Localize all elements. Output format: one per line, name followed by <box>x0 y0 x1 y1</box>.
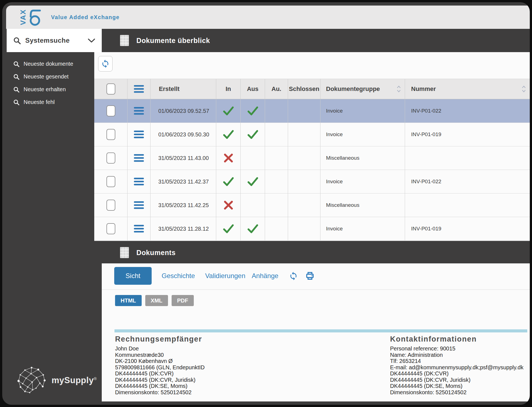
doc-line: Personal reference: 90015 <box>390 345 523 352</box>
tab-anhaenge[interactable]: Anhänge <box>252 272 278 280</box>
row-checkbox[interactable] <box>106 152 115 164</box>
brand-tagline: Value Added eXchange <box>51 14 119 21</box>
check-icon <box>248 177 258 186</box>
refresh-icon <box>289 271 298 281</box>
doc-line: Tlf: 2653214 <box>390 358 523 364</box>
row-checkbox[interactable] <box>106 105 115 116</box>
tab-sicht[interactable]: Sicht <box>114 267 152 285</box>
mysupply-logo: mySupply® <box>17 367 97 394</box>
sidebar-menu-item[interactable]: Neueste gesendet <box>13 72 96 81</box>
vax-six-glyph-icon <box>27 8 43 26</box>
table-row[interactable]: 01/06/2023 09.52.57 Invoice <box>94 99 530 123</box>
row-menu-icon[interactable] <box>134 178 144 185</box>
au-cell <box>265 170 288 193</box>
number-value: INV-P01-019 <box>411 226 441 232</box>
sidebar-menu: Neueste dokumente Neueste gesendet Neues… <box>13 59 96 107</box>
row-menu-icon[interactable] <box>134 225 144 233</box>
schlossen-cell <box>288 146 320 170</box>
vax-logo-text: VAX <box>19 9 27 25</box>
format-buttons: HTML XML PDF <box>115 295 194 306</box>
number-value: INV-P01-019 <box>411 131 441 138</box>
refresh-document-button[interactable] <box>289 271 298 281</box>
sidebar-menu-item[interactable]: Neueste erhalten <box>13 85 96 94</box>
chevron-down-icon <box>88 38 95 43</box>
group-value: Invoice <box>326 179 343 185</box>
column-header-nummer[interactable]: Nummer <box>405 79 530 99</box>
tab-validierungen[interactable]: Validierungen <box>205 272 245 280</box>
number-value: INV-P01-022 <box>411 108 441 114</box>
html-button[interactable]: HTML <box>115 295 142 306</box>
tabs-divider <box>102 289 530 290</box>
viewer-tabs: Sicht Geschichte Validierungen Anhänge <box>114 267 315 285</box>
contact-info-lines: Personal reference: 90015Name: Administr… <box>390 345 523 395</box>
doc-line: DK-2100 København Ø <box>115 358 205 364</box>
schlossen-cell <box>288 170 320 193</box>
grid-icon <box>120 247 129 258</box>
search-icon <box>13 99 19 105</box>
au-cell <box>265 123 288 146</box>
table-body: 01/06/2023 09.52.57 Invoice <box>94 99 530 241</box>
tab-geschichte[interactable]: Geschichte <box>162 272 195 280</box>
group-value: Invoice <box>326 131 343 138</box>
overview-panel: Erstellt In Aus Au. Schlossen Dokumenteg… <box>94 52 530 241</box>
vax-logo: VAX <box>19 8 43 26</box>
cross-icon <box>224 200 233 210</box>
sidebar-menu-item-label: Neueste erhalten <box>24 86 66 93</box>
check-icon <box>248 130 258 139</box>
row-menu-icon[interactable] <box>134 201 144 209</box>
row-menu-icon[interactable] <box>134 107 144 115</box>
column-header-erstellt[interactable]: Erstellt <box>151 79 216 99</box>
table-row[interactable]: 31/05/2023 11.42.25 Miscella <box>94 194 530 217</box>
au-cell <box>265 217 288 240</box>
pdf-button[interactable]: PDF <box>172 295 194 306</box>
column-header-dokumentegruppe[interactable]: Dokumentegruppe <box>320 79 405 99</box>
check-icon <box>223 224 234 233</box>
column-header-schlossen[interactable]: Schlossen <box>288 79 320 99</box>
cross-icon <box>224 153 233 163</box>
table-row[interactable]: 31/05/2023 11.43.00 Miscella <box>94 146 530 170</box>
doc-line: Dimensionskonto: 5250124502 <box>390 389 523 396</box>
refresh-icon <box>101 59 110 68</box>
row-menu-icon[interactable] <box>134 131 144 138</box>
row-checkbox[interactable] <box>106 200 115 211</box>
created-value: 01/06/2023 09.50.30 <box>158 131 209 138</box>
column-header-au[interactable]: Au. <box>265 79 288 99</box>
table-row[interactable]: 31/05/2023 11.28.12 Invoice <box>94 217 530 241</box>
system-search-selector[interactable]: Systemsuche <box>7 29 102 52</box>
schlossen-cell <box>288 217 320 240</box>
mysupply-network-icon <box>17 367 47 394</box>
sort-icon[interactable] <box>397 85 401 93</box>
refresh-table-button[interactable] <box>98 56 113 72</box>
schlossen-cell <box>288 99 320 123</box>
sidebar-menu-item[interactable]: Neueste fehl <box>13 98 96 107</box>
xml-button[interactable]: XML <box>145 295 168 306</box>
doc-line: DK44444445 (DK:CVR, Juridisk) <box>115 377 205 383</box>
sidebar-menu-item-label: Neueste fehl <box>24 99 55 105</box>
group-value: Invoice <box>326 108 343 114</box>
au-cell <box>265 99 288 123</box>
number-value: INV-P01-022 <box>411 179 441 185</box>
table-row[interactable]: 31/05/2023 11.42.37 Invoice <box>94 170 530 194</box>
table-header-row: Erstellt In Aus Au. Schlossen Dokumenteg… <box>94 79 530 99</box>
doc-line: Kommunestræde30 <box>115 352 205 358</box>
document-viewer-panel: Sicht Geschichte Validierungen Anhänge H… <box>102 263 530 401</box>
column-header-in[interactable]: In <box>216 79 241 99</box>
row-checkbox[interactable] <box>106 223 115 234</box>
au-cell <box>265 194 288 217</box>
invoice-recipient-block: Rechnungsempfänger John DoeKommunestræde… <box>115 335 205 395</box>
sidebar-menu-item[interactable]: Neueste dokumente <box>13 59 96 68</box>
doc-line: DK44444445 (DK:CVR, Juridisk) <box>390 377 523 383</box>
print-document-button[interactable] <box>305 271 315 281</box>
select-all-checkbox[interactable] <box>106 83 115 95</box>
row-checkbox[interactable] <box>106 129 115 140</box>
sort-icon[interactable] <box>522 85 526 93</box>
print-icon <box>305 271 315 281</box>
table-row[interactable]: 01/06/2023 09.50.30 Invoice <box>94 123 530 146</box>
row-checkbox[interactable] <box>106 176 115 187</box>
header-menu-icon[interactable] <box>134 85 144 93</box>
overview-section-header: Dokumente überblick <box>120 29 210 52</box>
contact-info-block: Kontaktinformationen Personal reference:… <box>390 335 523 395</box>
row-menu-icon[interactable] <box>134 154 144 162</box>
column-header-aus[interactable]: Aus <box>241 79 265 99</box>
contact-info-title: Kontaktinformationen <box>390 335 523 344</box>
